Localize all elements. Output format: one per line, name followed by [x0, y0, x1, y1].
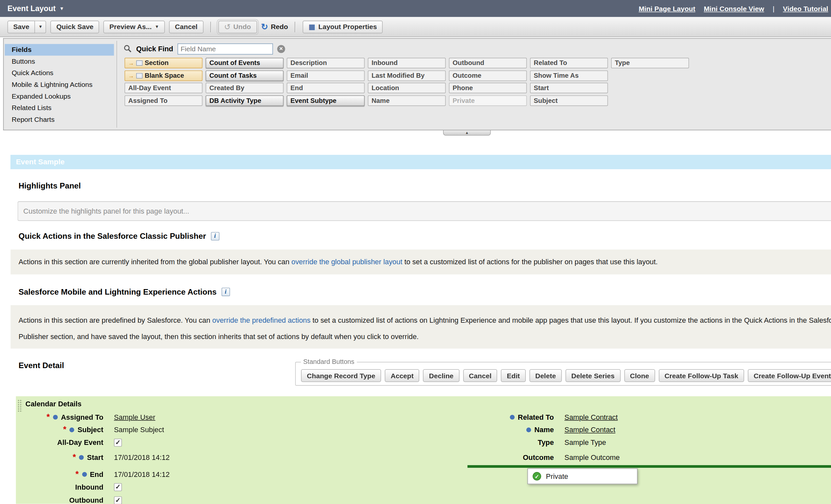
palette-item-outcome[interactable]: Outcome — [449, 70, 527, 81]
palette-item-show-time-as[interactable]: Show Time As — [530, 70, 608, 81]
info-icon[interactable]: i — [221, 288, 230, 296]
palette-item-type[interactable]: Type — [611, 58, 689, 68]
layout-field-row-inbound[interactable]: Inbound ✓ — [16, 481, 122, 493]
mini-page-layout-link[interactable]: Mini Page Layout — [638, 5, 695, 12]
layout-field-row-all-day-event[interactable]: All-Day Event ✓ — [16, 436, 122, 448]
quick-save-button[interactable]: Quick Save — [51, 20, 99, 33]
palette-category-mobile-lightning-actions[interactable]: Mobile & Lightning Actions — [5, 79, 114, 91]
field-dot-icon — [53, 415, 58, 419]
section-drag-handle-icon[interactable] — [18, 399, 23, 412]
palette-category-buttons[interactable]: Buttons — [5, 56, 114, 67]
undo-button: ↺ Undo — [218, 20, 257, 33]
highlights-panel-title: Highlights Panel — [19, 181, 81, 190]
video-tutorial-link[interactable]: Video Tutorial — [783, 5, 828, 12]
palette-item-created-by[interactable]: Created By — [205, 83, 283, 93]
palette-item-end[interactable]: End — [287, 83, 364, 93]
standard-button-delete[interactable]: Delete — [529, 369, 562, 382]
field-dot-icon — [510, 415, 515, 419]
field-sample-value: Sample Subject — [114, 425, 164, 434]
preview-as-label: Preview As... — [110, 23, 152, 31]
palette-item-phone[interactable]: Phone — [449, 83, 527, 93]
header-link-separator: | — [773, 5, 774, 12]
palette-panel: Fields Buttons Quick Actions Mobile & Li… — [3, 38, 831, 130]
layout-field-row-subject[interactable]: * Subject Sample Subject — [16, 424, 164, 436]
palette-item-description[interactable]: Description — [287, 58, 364, 68]
header-links: Mini Page Layout Mini Console View | Vid… — [638, 5, 828, 12]
palette-item-private[interactable]: Private — [449, 95, 527, 106]
palette-item-subject[interactable]: Subject — [530, 95, 608, 106]
quick-find-input[interactable] — [177, 43, 273, 54]
layout-field-row-related-to[interactable]: Related To Sample Contract — [445, 411, 618, 423]
standard-button-create-follow-up-event[interactable]: Create Follow-Up Event — [748, 369, 831, 382]
standard-button-create-follow-up-task[interactable]: Create Follow-Up Task — [659, 369, 744, 382]
layout-field-row-type[interactable]: Type Sample Type — [445, 436, 606, 448]
standard-button-decline[interactable]: Decline — [423, 369, 459, 382]
calendar-details-section: Calendar Details * Assigned To Sample Us… — [16, 396, 831, 504]
field-sample-value: Sample User — [114, 413, 155, 421]
field-dot-icon — [79, 455, 84, 459]
palette-item-db-activity-type[interactable]: DB Activity Type — [205, 95, 283, 106]
cancel-button[interactable]: Cancel — [169, 20, 203, 33]
palette-category-expanded-lookups[interactable]: Expanded Lookups — [5, 90, 114, 102]
layout-field-row-end[interactable]: * End 17/01/2018 14:12 — [16, 468, 170, 480]
field-sample-value: 17/01/2018 14:12 — [114, 453, 170, 461]
drop-indicator-bar — [468, 465, 831, 468]
layout-properties-button[interactable]: ▦ Layout Properties — [303, 20, 383, 33]
override-global-publisher-layout-link[interactable]: override the global publisher layout — [291, 258, 403, 266]
palette-item-inbound[interactable]: Inbound — [368, 58, 446, 68]
field-label: All-Day Event — [57, 438, 103, 446]
palette-item-location[interactable]: Location — [368, 83, 446, 93]
info-icon[interactable]: i — [211, 232, 219, 240]
dragged-field-private[interactable]: ✓ Private — [527, 468, 637, 484]
palette-item-blank-space[interactable]: → Blank Space — [124, 70, 202, 81]
clear-search-icon[interactable]: ✕ — [277, 45, 285, 53]
palette-collapse-handle[interactable]: ▲ — [443, 130, 491, 136]
palette-item-all-day-event[interactable]: All-Day Event — [124, 83, 202, 93]
layout-field-row-outbound[interactable]: Outbound ✓ — [16, 494, 122, 504]
palette-item-outbound[interactable]: Outbound — [449, 58, 527, 68]
palette-divider — [117, 41, 118, 128]
field-dot-icon — [82, 472, 87, 477]
palette-item-section[interactable]: → Section — [124, 58, 202, 68]
standard-button-change-record-type[interactable]: Change Record Type — [301, 369, 381, 382]
palette-category-related-lists[interactable]: Related Lists — [5, 102, 114, 114]
palette-item-label: Section — [145, 58, 169, 68]
standard-button-clone[interactable]: Clone — [624, 369, 655, 382]
palette-item-count-of-tasks[interactable]: Count of Tasks — [205, 70, 283, 81]
highlights-panel-title-label: Highlights Panel — [19, 181, 81, 190]
palette-item-event-subtype[interactable]: Event Subtype — [287, 95, 364, 106]
override-predefined-actions-link[interactable]: override the predefined actions — [212, 316, 311, 324]
page-title[interactable]: Event Layout ▼ — [7, 4, 64, 13]
palette-item-last-modified-by[interactable]: Last Modified By — [368, 70, 446, 81]
palette-category-quick-actions[interactable]: Quick Actions — [5, 67, 114, 79]
palette-item-email[interactable]: Email — [287, 70, 364, 81]
palette-item-start[interactable]: Start — [530, 83, 608, 93]
drop-allowed-check-icon: ✓ — [533, 472, 541, 480]
layout-field-row-assigned-to[interactable]: * Assigned To Sample User — [16, 411, 155, 423]
redo-button[interactable]: ↻ Redo — [261, 22, 288, 32]
highlights-panel-placeholder-box[interactable]: Customize the highlights panel for this … — [18, 201, 831, 221]
mobile-actions-text-before: Actions in this section are predefined b… — [19, 316, 212, 324]
palette-item-assigned-to[interactable]: Assigned To — [124, 95, 202, 106]
layout-field-row-name[interactable]: Name Sample Contact — [445, 424, 615, 436]
header-bar: Event Layout ▼ Mini Page Layout Mini Con… — [0, 0, 831, 17]
standard-button-cancel[interactable]: Cancel — [463, 369, 497, 382]
standard-button-accept[interactable]: Accept — [385, 369, 420, 382]
classic-publisher-title: Quick Actions in the Salesforce Classic … — [19, 232, 219, 241]
save-button[interactable]: Save — [7, 20, 35, 33]
preview-as-button[interactable]: Preview As... ▼ — [104, 20, 165, 33]
layout-field-row-start[interactable]: * Start 17/01/2018 14:12 — [16, 451, 170, 463]
palette-item-name[interactable]: Name — [368, 95, 446, 106]
palette-item-count-of-events[interactable]: Count of Events — [205, 58, 283, 68]
palette-category-report-charts[interactable]: Report Charts — [5, 114, 114, 126]
save-dropdown-button[interactable]: ▼ — [35, 20, 47, 33]
checkbox-checked-icon: ✓ — [114, 496, 122, 504]
palette-item-related-to[interactable]: Related To — [530, 58, 608, 68]
mobile-lightning-actions-title: Salesforce Mobile and Lightning Experien… — [19, 287, 230, 296]
layout-field-row-outcome[interactable]: Outcome Sample Outcome — [445, 451, 620, 463]
mini-console-view-link[interactable]: Mini Console View — [704, 5, 764, 12]
standard-button-edit[interactable]: Edit — [501, 369, 526, 382]
standard-button-delete-series[interactable]: Delete Series — [565, 369, 620, 382]
highlights-panel-placeholder-text: Customize the highlights panel for this … — [23, 207, 189, 215]
palette-category-fields[interactable]: Fields — [5, 44, 114, 56]
